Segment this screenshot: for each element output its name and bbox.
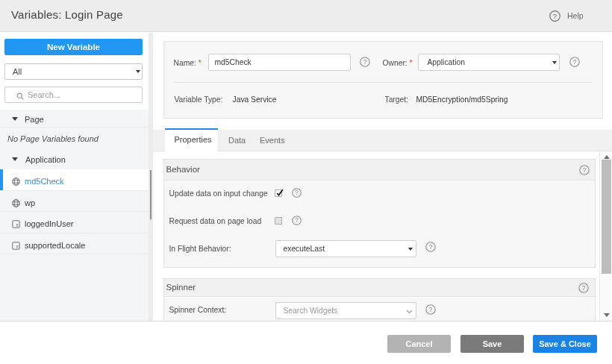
svg-text:?: ?: [363, 58, 366, 66]
svg-text:x: x: [16, 222, 19, 228]
svg-text:x: x: [16, 244, 19, 249]
svg-text:?: ?: [295, 216, 299, 224]
svg-text:?: ?: [582, 166, 586, 174]
svg-text:?: ?: [581, 284, 585, 292]
svg-text:?: ?: [428, 243, 432, 251]
svg-text:?: ?: [295, 189, 299, 196]
svg-text:?: ?: [428, 306, 432, 313]
svg-text:?: ?: [553, 12, 557, 20]
svg-text:?: ?: [572, 58, 576, 66]
